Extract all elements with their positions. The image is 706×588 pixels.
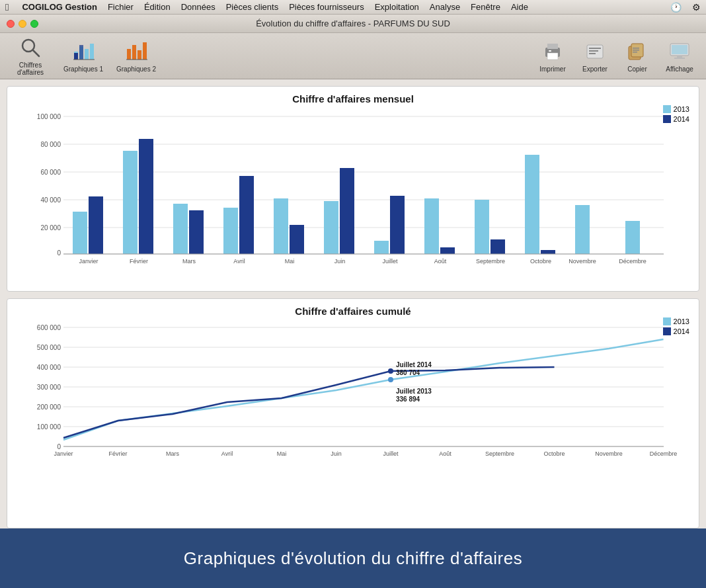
svg-text:Décembre: Décembre <box>650 450 678 457</box>
svg-rect-7 <box>79 45 83 60</box>
graphiques1-button[interactable]: Graphiques 1 <box>59 37 107 75</box>
menu-aide[interactable]: Aide <box>511 2 528 12</box>
menu-analyse[interactable]: Analyse <box>430 2 460 12</box>
svg-rect-24 <box>633 48 639 49</box>
apple-menu[interactable]:  <box>5 1 9 13</box>
svg-text:Mars: Mars <box>182 258 196 265</box>
svg-text:0: 0 <box>57 249 61 257</box>
svg-text:40 000: 40 000 <box>40 196 61 204</box>
line-legend-2014-label: 2014 <box>674 327 689 335</box>
svg-text:300 000: 300 000 <box>37 384 61 391</box>
svg-rect-68 <box>490 239 505 254</box>
graphiques2-label: Graphiques 2 <box>116 65 156 73</box>
legend-2014: 2014 <box>663 115 689 123</box>
menu-fichier[interactable]: Fichier <box>108 2 134 12</box>
svg-text:Juillet: Juillet <box>382 258 398 265</box>
menu-fenetre[interactable]: Fenêtre <box>471 2 500 12</box>
minimize-button[interactable] <box>19 20 26 28</box>
bar-chart-legend: 2013 2014 <box>663 105 689 123</box>
svg-text:Novembre: Novembre <box>595 450 623 457</box>
menu-pieces-clients[interactable]: Pièces clients <box>226 2 278 12</box>
svg-rect-20 <box>589 50 598 52</box>
graphiques1-label: Graphiques 1 <box>63 65 103 73</box>
svg-rect-46 <box>123 151 137 254</box>
settings-icon[interactable]: ⚙ <box>692 2 701 13</box>
svg-rect-21 <box>589 53 596 54</box>
svg-rect-67 <box>475 200 489 254</box>
svg-rect-4 <box>85 49 89 60</box>
svg-text:Novembre: Novembre <box>569 258 596 265</box>
svg-text:Septembre: Septembre <box>485 450 514 457</box>
svg-rect-71 <box>541 250 555 254</box>
print-icon <box>541 39 565 63</box>
copier-button[interactable]: Copier <box>617 37 657 75</box>
svg-text:600 000: 600 000 <box>37 324 61 331</box>
svg-rect-43 <box>73 212 87 254</box>
svg-rect-17 <box>549 50 551 52</box>
svg-text:60 000: 60 000 <box>40 169 61 176</box>
svg-rect-44 <box>89 196 103 254</box>
svg-text:Janvier: Janvier <box>54 450 73 457</box>
toolbar-right: Imprimer Exporter <box>533 37 699 75</box>
bar-chart-box: Chiffre d'affaires mensuel 2013 2014 100… <box>7 86 699 292</box>
menu-edition[interactable]: Édition <box>144 2 171 12</box>
exporter-button[interactable]: Exporter <box>575 37 615 75</box>
copier-label: Copier <box>627 65 647 73</box>
svg-rect-5 <box>90 44 94 60</box>
main-content: Chiffre d'affaires mensuel 2013 2014 100… <box>0 79 706 528</box>
svg-rect-64 <box>424 198 439 254</box>
svg-text:Janvier: Janvier <box>79 258 98 265</box>
chiffres-affaires-label: Chiffres d'affaires <box>7 62 54 76</box>
affichage-label: Affichage <box>666 65 693 73</box>
app-name[interactable]: COGILOG Gestion <box>22 2 97 12</box>
svg-text:100 000: 100 000 <box>37 113 61 120</box>
maximize-button[interactable] <box>30 20 38 28</box>
line-chart-legend: 2013 2014 <box>663 317 689 335</box>
bar-chart2-icon <box>124 39 148 63</box>
svg-text:Juillet 2013: Juillet 2013 <box>396 388 432 395</box>
line-legend-2013-box <box>663 317 671 325</box>
line-legend-2013-label: 2013 <box>674 317 689 325</box>
menubar:  COGILOG Gestion Fichier Édition Donnée… <box>0 0 706 15</box>
line-legend-2014-box <box>663 327 671 335</box>
svg-rect-16 <box>547 53 558 60</box>
line-chart-svg: 600 000 500 000 400 000 300 000 200 000 … <box>14 322 692 474</box>
svg-rect-26 <box>633 52 637 53</box>
graphiques2-button[interactable]: Graphiques 2 <box>112 37 160 75</box>
svg-text:Juillet: Juillet <box>383 450 399 457</box>
svg-text:20 000: 20 000 <box>40 224 61 231</box>
line-chart-title: Chiffre d'affaires cumulé <box>14 306 692 317</box>
affichage-button[interactable]: Affichage <box>660 37 699 75</box>
menu-donnees[interactable]: Données <box>181 2 216 12</box>
svg-rect-12 <box>143 42 147 60</box>
bar-chart-svg: 100 000 80 000 60 000 40 000 20 000 0 Ja… <box>14 110 692 282</box>
svg-rect-30 <box>672 45 687 54</box>
svg-rect-65 <box>440 247 455 254</box>
svg-rect-11 <box>137 50 141 60</box>
svg-rect-47 <box>139 139 153 254</box>
line-legend-2013: 2013 <box>663 317 689 325</box>
svg-rect-49 <box>173 204 188 254</box>
menu-pieces-fournisseurs[interactable]: Pièces fournisseurs <box>289 2 364 12</box>
svg-text:Octobre: Octobre <box>530 258 551 265</box>
svg-text:Février: Février <box>130 258 148 265</box>
chiffres-affaires-button[interactable]: Chiffres d'affaires <box>7 37 54 75</box>
svg-text:0: 0 <box>57 443 61 450</box>
legend-2013: 2013 <box>663 105 689 113</box>
svg-text:Mai: Mai <box>285 258 295 265</box>
display-icon <box>668 39 691 63</box>
imprimer-button[interactable]: Imprimer <box>533 37 572 75</box>
line-chart-box: Chiffre d'affaires cumulé 2013 2014 600 … <box>7 298 699 528</box>
menu-exploitation[interactable]: Exploitation <box>375 2 419 12</box>
svg-rect-29 <box>674 58 685 59</box>
svg-point-95 <box>388 377 393 382</box>
svg-rect-10 <box>132 45 136 60</box>
svg-rect-62 <box>390 196 405 254</box>
export-icon <box>583 39 607 63</box>
svg-text:Avril: Avril <box>221 450 233 457</box>
svg-rect-75 <box>625 221 640 254</box>
exporter-label: Exporter <box>582 65 608 73</box>
svg-rect-61 <box>374 241 389 254</box>
close-button[interactable] <box>7 20 15 28</box>
svg-text:500 000: 500 000 <box>37 344 61 351</box>
